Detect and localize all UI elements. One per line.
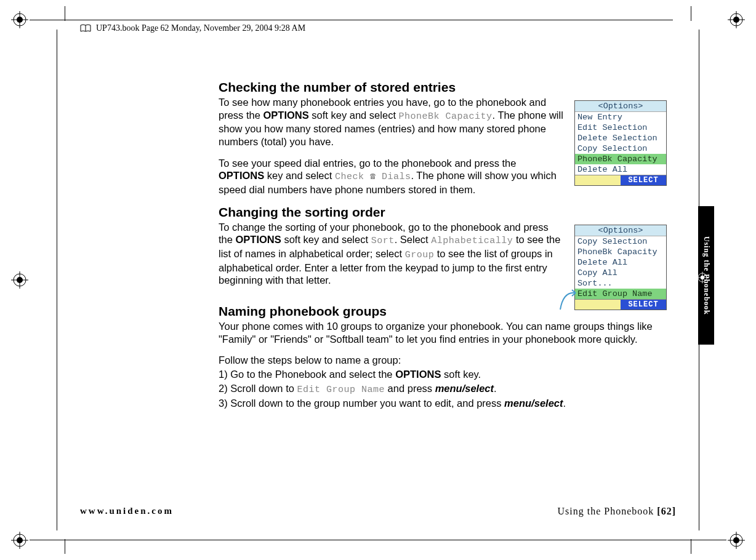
softkey-left bbox=[575, 300, 621, 310]
phone-screen-options-1: <Options> New Entry Edit Selection Delet… bbox=[574, 100, 667, 186]
header-text: UP743.book Page 62 Monday, November 29, … bbox=[96, 23, 305, 33]
paragraph: To see your speed dial entries, go to th… bbox=[219, 157, 563, 196]
footer-url: www.uniden.com bbox=[80, 506, 174, 516]
menu-item: Delete Selection bbox=[575, 133, 666, 143]
page-header: UP743.book Page 62 Monday, November 29, … bbox=[80, 23, 305, 33]
menu-item: Copy Selection bbox=[575, 236, 666, 247]
crop-mark bbox=[57, 30, 57, 530]
registration-mark-icon bbox=[11, 11, 28, 28]
phone-screen-options-2: <Options> Copy Selection PhoneBk Capacit… bbox=[574, 225, 667, 310]
footer-section: Using the Phonebook [62] bbox=[558, 506, 676, 517]
menu-item: Delete All bbox=[575, 164, 666, 175]
heading-checking-entries: Checking the number of stored entries bbox=[219, 80, 665, 95]
heading-sorting-order: Changing the sorting order bbox=[219, 205, 665, 220]
crop-mark bbox=[65, 6, 65, 21]
crop-mark bbox=[691, 6, 691, 21]
registration-mark-icon bbox=[728, 532, 745, 549]
crop-mark bbox=[30, 20, 673, 20]
menu-item: PhoneBk Capacity bbox=[575, 247, 666, 257]
menu-item: New Entry bbox=[575, 112, 666, 122]
menu-item-highlighted: PhoneBk Capacity bbox=[575, 154, 666, 164]
crop-mark bbox=[30, 540, 726, 540]
paragraph: Follow the steps below to name a group: bbox=[219, 354, 665, 367]
crop-mark bbox=[691, 539, 691, 554]
paragraph: To change the sorting of your phonebook,… bbox=[219, 221, 563, 287]
registration-mark-icon bbox=[11, 532, 28, 549]
paragraph: To see how many phonebook entries you ha… bbox=[219, 96, 563, 148]
crop-mark bbox=[65, 539, 65, 554]
screen-title: <Options> bbox=[575, 225, 666, 236]
step-3: 3) Scroll down to the group number you w… bbox=[219, 397, 665, 410]
registration-mark-icon bbox=[728, 11, 745, 28]
softkey-right: SELECT bbox=[621, 175, 666, 185]
menu-item: Sort... bbox=[575, 278, 666, 289]
menu-item: Copy All bbox=[575, 268, 666, 278]
softkey-bar: SELECT bbox=[575, 175, 666, 185]
menu-item-highlighted: Edit Group Name bbox=[575, 289, 666, 299]
softkey-left bbox=[575, 175, 621, 185]
step-2: 2) Scroll down to Edit Group Name and pr… bbox=[219, 382, 665, 396]
registration-mark-icon bbox=[696, 271, 713, 288]
softkey-right: SELECT bbox=[621, 300, 666, 310]
menu-item: Delete All bbox=[575, 257, 666, 268]
softkey-bar: SELECT bbox=[575, 299, 666, 310]
step-1: 1) Go to the Phonebook and select the OP… bbox=[219, 368, 665, 381]
menu-item: Copy Selection bbox=[575, 143, 666, 154]
book-icon bbox=[80, 24, 91, 33]
registration-mark-icon bbox=[11, 271, 28, 289]
paragraph: Your phone comes with 10 groups to organ… bbox=[219, 320, 662, 345]
screen-title: <Options> bbox=[575, 101, 666, 112]
menu-item: Edit Selection bbox=[575, 122, 666, 133]
